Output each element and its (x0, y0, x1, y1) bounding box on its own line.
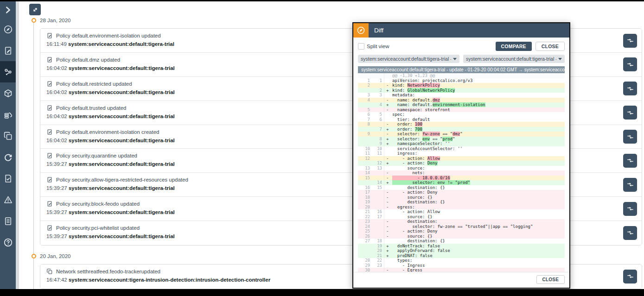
diff-new-line-number: 17 (372, 214, 384, 220)
diff-button[interactable] (623, 202, 637, 216)
diff-line-content: types: (392, 258, 565, 263)
timeline-entry-time: 15:39:27 (46, 161, 69, 167)
diff-line: 23- destination: (358, 219, 565, 224)
diff-button[interactable] (623, 130, 637, 144)
diff-old-line-number: 6 (358, 112, 372, 117)
diff-button[interactable] (623, 270, 637, 283)
diff-button[interactable] (623, 154, 637, 168)
diff-button[interactable] (623, 82, 637, 95)
diff-new-line-number (372, 98, 384, 103)
timeline-date-marker-icon (32, 254, 36, 258)
diff-line-content: - action: Allow (392, 156, 565, 161)
sidebar-item-refresh[interactable] (0, 146, 16, 168)
diff-line: 1010 serviceAccountSelector: '' (358, 146, 565, 151)
timeline-entry-account: system:serviceaccount:default:tigera-tri… (69, 89, 175, 95)
diff-line: 21+ preDNAT: false (358, 253, 565, 258)
policy-edit-icon (46, 129, 53, 135)
diff-old-line-number (358, 88, 372, 93)
revision-select-left[interactable]: system:serviceaccount:default:tigera-tri… (358, 55, 459, 63)
diff-new-line-number (372, 176, 384, 181)
diff-marker: + (384, 253, 392, 258)
alert-triangle-icon (3, 195, 13, 205)
sidebar-item-help[interactable] (0, 232, 16, 253)
diff-line: 14- nets: (358, 170, 565, 176)
diff-range-header: system:serviceaccount:default:tigera-tri… (358, 66, 565, 73)
doc-check-icon (3, 174, 13, 183)
diff-button[interactable] (623, 178, 637, 192)
diff-line-content: apiVersion: projectcalico.org/v3 (392, 78, 565, 83)
sidebar-item-policies[interactable] (0, 40, 16, 61)
diff-line-content: metadata: (392, 93, 565, 98)
sidebar-item-compliance[interactable] (0, 168, 16, 189)
diff-marker: - (384, 219, 392, 224)
policy-edit-icon (3, 46, 13, 56)
diff-marker (384, 78, 392, 83)
diff-line-content: destination: (392, 219, 565, 224)
diff-line-content: - action: Deny (392, 161, 565, 166)
diff-marker (384, 93, 392, 98)
refresh-icon (3, 152, 13, 162)
sidebar-item-compass[interactable] (0, 19, 16, 40)
sidebar-item-workloads[interactable] (0, 82, 16, 104)
sidebar-item-alerts[interactable] (0, 189, 16, 210)
diff-button[interactable] (623, 226, 637, 240)
close-button[interactable]: CLOSE (536, 42, 565, 51)
compare-button[interactable]: COMPARE (496, 42, 532, 51)
diff-new-line-number: 13 (372, 166, 384, 171)
diff-old-line-number: 4 (358, 98, 372, 103)
timeline-entry-time: 16:04:02 (46, 89, 69, 95)
diff-line-content: kind: NetworkPolicy (392, 83, 565, 88)
diff-old-line-number: 18 (358, 195, 372, 200)
timeline-date-marker-icon (32, 18, 36, 23)
diff-button[interactable] (623, 106, 637, 120)
diff-line: 2923 - Ingress (358, 263, 565, 268)
diff-marker (384, 239, 392, 244)
expand-diagonal-icon (32, 6, 39, 13)
diff-new-line-number: 1 (372, 78, 384, 83)
policy-edit-icon (46, 81, 53, 87)
policy-edit-icon (46, 201, 53, 207)
diff-marker: - (384, 170, 392, 176)
split-view-checkbox[interactable] (358, 43, 364, 50)
diff-button[interactable] (623, 34, 637, 48)
sidebar-divider (16, 1, 19, 289)
diff-line: 2822 types: (358, 258, 565, 263)
diff-marker: - (384, 229, 392, 234)
policy-edit-icon (46, 57, 53, 63)
revision-select-right[interactable]: system:serviceaccount:default:tigera-tri… (463, 55, 565, 63)
diff-line: 2-kind: NetworkPolicy (358, 83, 565, 88)
diff-line: 18- source: {} (358, 195, 565, 200)
diff-new-line-number: 3 (372, 93, 384, 98)
timeline-entry-title: Policy security.quarantine updated (56, 153, 137, 158)
timeline-date-label: 20 Jan, 2020 (40, 253, 71, 259)
timeline-entry-title: Policy security.block-feodo updated (56, 201, 140, 207)
sidebar-item-storage[interactable] (0, 104, 16, 125)
sidebar-item-network[interactable] (0, 61, 16, 82)
compass-icon (357, 26, 365, 35)
diff-new-line-number: 15 (372, 185, 384, 190)
sidebar-item-reports[interactable] (0, 210, 16, 232)
split-view-label: Split view (367, 44, 389, 49)
sidebar-item-collapse[interactable] (0, 1, 16, 19)
top-border (0, 0, 644, 1)
diff-new-line-number: 2 (372, 88, 384, 93)
diff-marker: + (384, 248, 392, 253)
timeline-entry-time: 16:04:02 (46, 138, 69, 143)
diff-line-content: namespaceSelector: '' (392, 141, 565, 146)
diff-new-line-number: 14 (372, 180, 384, 185)
diff-converge-icon (626, 61, 634, 69)
sidebar-item-copies[interactable] (0, 125, 16, 146)
diff-button[interactable] (623, 57, 637, 71)
diff-old-line-number: 15 (358, 176, 372, 181)
diff-line: 11apiVersion: projectcalico.org/v3 (358, 78, 565, 83)
footer-close-button[interactable]: CLOSE (536, 275, 565, 284)
diff-marker (384, 146, 392, 151)
diff-marker (384, 258, 392, 263)
timeline-entry-title: Policy default.dmz updated (56, 57, 120, 63)
diff-converge-icon (626, 37, 634, 44)
diff-line-content: source: {} (392, 195, 565, 200)
diff-marker: - (384, 176, 392, 181)
timeline-entry-time: 16:47:42 (46, 277, 69, 283)
diff-line-content: destination: {} (392, 200, 565, 205)
expand-timeline-button[interactable] (29, 4, 41, 15)
